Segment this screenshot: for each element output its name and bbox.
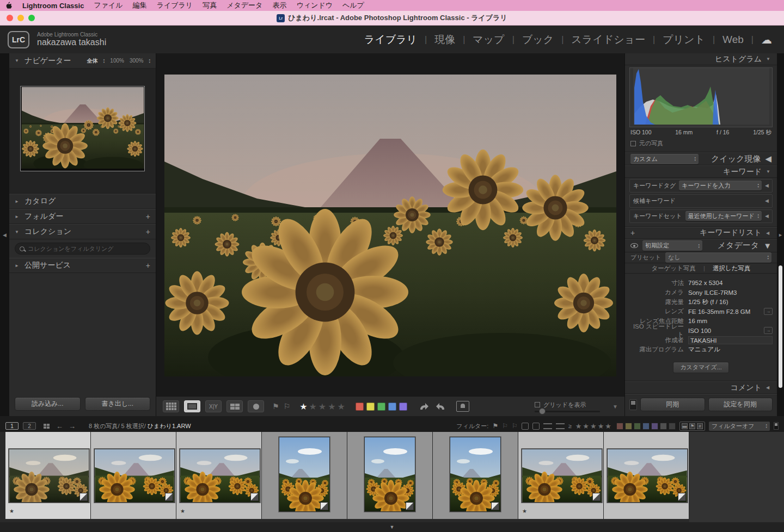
filter-flag-reject-icon[interactable]: ⚐: [512, 422, 518, 430]
minimize-window-button[interactable]: [17, 15, 24, 21]
metadata-preset-combo[interactable]: なし ▴▾: [665, 252, 771, 263]
filter-switch-icon[interactable]: [774, 422, 779, 430]
module-book[interactable]: ブック: [522, 33, 554, 47]
histogram-panel[interactable]: [629, 67, 773, 127]
star-4-icon[interactable]: ★: [328, 401, 335, 412]
keyword-set-combo[interactable]: 最近使用したキーワード ▴▾: [685, 211, 762, 221]
target-photo-tab[interactable]: ターゲット写真: [651, 264, 696, 273]
filter-unadjusted-icon[interactable]: [556, 423, 565, 429]
color-label-green[interactable]: [377, 403, 385, 411]
color-label-blue[interactable]: [388, 403, 396, 411]
folders-section-header[interactable]: ► フォルダー +: [9, 209, 156, 224]
filter-color-custom[interactable]: [669, 423, 676, 430]
customize-button[interactable]: カスタマイズ...: [673, 362, 729, 373]
zoom-100-button[interactable]: 100%: [110, 58, 124, 64]
filter-color-yellow[interactable]: [625, 423, 632, 430]
color-label-red[interactable]: [356, 403, 364, 411]
rotate-left-icon[interactable]: [418, 401, 430, 411]
grid-size-slider[interactable]: [535, 411, 600, 412]
develop-badge-icon[interactable]: [406, 502, 414, 510]
saved-preset-combo[interactable]: カスタム ▴▾: [630, 154, 699, 164]
module-slideshow[interactable]: スライドショー: [571, 33, 645, 47]
filter-color-green[interactable]: [634, 423, 641, 430]
zoom-300-button[interactable]: 300%: [130, 58, 144, 64]
develop-badge-icon[interactable]: [678, 493, 686, 501]
filmstrip-cell-4[interactable]: [262, 432, 347, 519]
close-window-button[interactable]: [7, 15, 13, 21]
filter-rating-operator[interactable]: ≥: [568, 423, 572, 429]
import-button[interactable]: 読み込み...: [15, 397, 81, 411]
grid-view-icon[interactable]: [163, 400, 179, 412]
left-panel-edge[interactable]: ◀: [0, 53, 9, 416]
autosync-toggle-icon[interactable]: [629, 399, 637, 410]
main-window-button[interactable]: 1: [5, 422, 19, 430]
disclosure-triangle-icon[interactable]: ◀: [766, 385, 771, 390]
add-keyword-icon[interactable]: +: [630, 228, 635, 237]
right-panel-scrollbar[interactable]: [779, 265, 782, 388]
previous-photo-icon[interactable]: ←: [56, 422, 63, 430]
menu-window[interactable]: ウィンドウ: [296, 1, 333, 10]
develop-badge-icon[interactable]: [491, 502, 499, 510]
filmstrip-cell-5[interactable]: [347, 432, 432, 519]
keyword-tags-combo[interactable]: キーワードを入力 ▴▾: [679, 181, 762, 190]
menu-photo[interactable]: 写真: [203, 1, 217, 10]
show-grid-checkbox[interactable]: [535, 402, 540, 407]
toolbar-options-icon[interactable]: ▼: [612, 404, 618, 410]
filter-edit-unapplied-icon[interactable]: [532, 423, 540, 430]
filter-virtual-copy-icon[interactable]: ⚑: [689, 423, 695, 429]
collapse-filmstrip-icon[interactable]: ▼: [390, 524, 395, 530]
filter-flag-unflagged-icon[interactable]: ⚐: [502, 422, 508, 430]
keywording-header[interactable]: キーワード ▼: [625, 165, 777, 178]
catalog-section-header[interactable]: ► カタログ: [9, 194, 156, 209]
star-1-icon[interactable]: ★: [299, 401, 307, 412]
add-publish-service-icon[interactable]: +: [146, 261, 150, 270]
filter-color-none[interactable]: [660, 423, 667, 430]
go-to-grid-icon[interactable]: [44, 424, 50, 429]
filter-master-icon[interactable]: ▬: [682, 423, 688, 429]
develop-badge-icon[interactable]: [250, 493, 259, 501]
disclosure-triangle-icon[interactable]: ◀: [765, 154, 771, 164]
menubar-app-name[interactable]: Lightroom Classic: [22, 2, 84, 10]
disclosure-triangle-icon[interactable]: ◀: [766, 231, 771, 236]
collapse-right-panel-icon[interactable]: ►: [777, 232, 784, 238]
menu-metadata[interactable]: メタデータ: [226, 1, 262, 10]
zoom-fit-button[interactable]: 全体: [87, 57, 98, 65]
menu-library[interactable]: ライブラリ: [157, 1, 193, 10]
compare-view-icon[interactable]: X|Y: [205, 400, 222, 412]
rotate-right-icon[interactable]: [435, 401, 447, 411]
quick-develop-header[interactable]: カスタム ▴▾ クイック現像 ◀: [625, 152, 777, 165]
selected-photo-tab[interactable]: 選択した写真: [713, 264, 751, 273]
people-view-icon[interactable]: [248, 400, 264, 412]
color-label-purple[interactable]: [399, 403, 407, 411]
eye-icon[interactable]: [630, 243, 638, 248]
main-photo[interactable]: [164, 75, 616, 376]
disclosure-triangle-icon[interactable]: ►: [15, 214, 20, 219]
filmstrip-cell-3[interactable]: ★: [176, 432, 261, 519]
filmstrip-cell-7[interactable]: ★: [518, 432, 603, 519]
right-panel-edge[interactable]: ►: [777, 53, 784, 416]
add-collection-icon[interactable]: +: [146, 227, 150, 236]
module-library[interactable]: ライブラリ: [364, 33, 417, 47]
creator-field[interactable]: TAKASHI: [688, 336, 773, 344]
expand-keyword-tags-icon[interactable]: ◀: [765, 183, 769, 188]
filter-adjusted-icon[interactable]: [543, 423, 552, 429]
navigator-preview[interactable]: [20, 86, 145, 171]
disclosure-triangle-icon[interactable]: ▼: [763, 241, 771, 250]
flag-pick-icon[interactable]: ⚑: [272, 402, 279, 411]
module-map[interactable]: マップ: [473, 33, 504, 47]
filter-color-red[interactable]: [616, 423, 623, 430]
disclosure-triangle-icon[interactable]: ▼: [15, 58, 20, 63]
collection-filter-box[interactable]: [15, 243, 150, 255]
export-button[interactable]: 書き出し...: [85, 397, 151, 411]
menu-edit[interactable]: 編集: [133, 1, 147, 10]
develop-badge-icon[interactable]: [320, 502, 328, 510]
module-web[interactable]: Web: [722, 34, 744, 46]
flag-reject-icon[interactable]: ⚐: [284, 402, 291, 411]
filmstrip-cell-6[interactable]: [433, 432, 518, 519]
zoom-window-button[interactable]: [28, 15, 35, 21]
disclosure-triangle-icon[interactable]: ►: [15, 199, 20, 204]
collapse-left-panel-icon[interactable]: ◀: [0, 232, 9, 238]
metadata-view-combo[interactable]: 初期設定 ▴▾: [642, 240, 702, 251]
star-3-icon[interactable]: ★: [318, 401, 326, 412]
loupe-view-icon[interactable]: [184, 400, 200, 412]
